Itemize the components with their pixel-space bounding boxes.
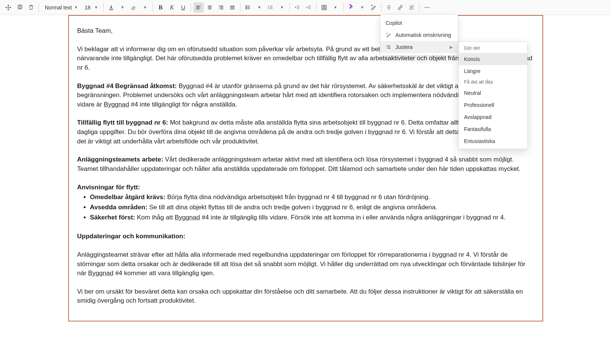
move-icon[interactable] (3, 2, 14, 13)
heading-inline: Anläggningsteamets arbete: (77, 156, 165, 163)
separator (38, 3, 39, 12)
menu-header: Få det att låta (459, 77, 527, 87)
sliders-icon (386, 44, 392, 50)
heading-inline: Byggnad #4 Begränsad åtkomst: (77, 82, 179, 90)
font-color-button[interactable] (106, 2, 116, 13)
adjust-menu: Gör det Koncis Längre Få det att låta Ne… (458, 41, 528, 149)
chevron-down-icon[interactable]: ▼ (117, 2, 128, 13)
chevron-down-icon[interactable]: ▼ (330, 2, 341, 13)
option-longer[interactable]: Längre (459, 65, 527, 77)
delete-icon[interactable] (26, 2, 36, 13)
style-label: Normal text (45, 5, 72, 11)
font-size-value: 18 (84, 5, 90, 11)
option-enthusiastic[interactable]: Entusiastiska (459, 135, 527, 147)
adjust-item[interactable]: Justera ▶ (380, 41, 458, 53)
list-item: Säkerhet först: Kom ihåg att Byggnad #4 … (90, 213, 534, 222)
chevron-down-icon: ▼ (74, 5, 78, 9)
option-neutral[interactable]: Neutral (459, 87, 527, 99)
svg-point-15 (389, 47, 390, 49)
paragraph: Uppdateringar och kommunikation: (77, 232, 534, 241)
svg-point-6 (246, 8, 247, 9)
strikethrough-button[interactable] (384, 2, 394, 13)
auto-rewrite-item[interactable]: Automatisk omskrivning (380, 29, 458, 41)
paragraph: Anläggningsteamets arbete: Vårt dedikera… (77, 155, 534, 174)
numbered-list-button[interactable]: 123 (265, 2, 276, 13)
separator (191, 3, 191, 12)
chevron-down-icon[interactable]: ▼ (357, 2, 368, 13)
chevron-down-icon: ▼ (94, 5, 98, 9)
unlink-button[interactable] (406, 2, 417, 13)
link-button[interactable] (395, 2, 406, 13)
separator (240, 3, 240, 12)
svg-rect-2 (109, 9, 113, 10)
chevron-down-icon[interactable]: ▼ (140, 2, 150, 13)
underline-button[interactable]: U (178, 2, 188, 13)
option-concise[interactable]: Koncis (459, 53, 527, 65)
svg-point-5 (246, 7, 247, 8)
separator (153, 3, 153, 12)
heading-inline: Anvisningar för flytt: (77, 184, 140, 191)
align-center-button[interactable] (205, 2, 215, 13)
chevron-right-icon: ▶ (450, 45, 453, 50)
svg-rect-10 (322, 5, 326, 10)
italic-button[interactable]: K (167, 2, 177, 13)
bullet-list-button[interactable] (243, 2, 253, 13)
menu-header: Gör det (459, 43, 527, 53)
separator (343, 3, 343, 12)
list-item: Avsedda områden: Se till att dina objekt… (90, 203, 534, 212)
link-byggnad[interactable]: Byggnad (104, 101, 129, 108)
increase-indent-button[interactable] (303, 2, 314, 13)
svg-point-14 (387, 46, 389, 47)
paragraph: Vi ber om ursäkt för besväret detta kan … (77, 287, 534, 306)
more-button[interactable] (422, 2, 432, 13)
greeting: Bästa Team, (77, 26, 534, 36)
chevron-down-icon[interactable]: ▼ (254, 2, 265, 13)
svg-point-11 (425, 7, 426, 8)
wand-icon (386, 32, 392, 38)
align-right-button[interactable] (216, 2, 227, 13)
paragraph: Anvisningar för flytt: (77, 183, 534, 192)
svg-point-12 (427, 7, 428, 8)
copilot-button[interactable] (346, 2, 356, 13)
chevron-down-icon[interactable]: ▼ (277, 2, 287, 13)
separator (316, 3, 317, 12)
decrease-indent-button[interactable] (292, 2, 303, 13)
highlight-button[interactable] (129, 2, 139, 13)
align-left-button[interactable] (193, 2, 204, 13)
heading-inline: Uppdateringar och kommunikation: (77, 233, 185, 240)
bold-button[interactable]: B (155, 2, 166, 13)
list-item: Omedelbar åtgärd krävs: Börja flytta din… (90, 193, 534, 202)
svg-text:3: 3 (268, 8, 269, 10)
bullet-list: Omedelbar åtgärd krävs: Börja flytta din… (77, 193, 534, 222)
link-byggnad[interactable]: Byggnad (88, 270, 113, 277)
heading-inline: Tillfällig flytt till byggnad nr 6: (77, 119, 170, 126)
option-fantastic[interactable]: Fantasifulla (459, 123, 527, 135)
copilot-menu: Copilot Automatisk omskrivning Justera ▶ (380, 14, 458, 56)
option-casual[interactable]: Avslappnad (459, 111, 527, 123)
separator (103, 3, 104, 12)
toolbar: Normal text ▼ 18 ▼ ▼ ▼ B K U ▼ 123 ▼ (0, 0, 611, 15)
paragraph: Anläggingsteamet strävar efter att hålla… (77, 250, 534, 278)
separator (419, 3, 420, 12)
font-size-select[interactable]: 18 ▼ (81, 2, 101, 13)
style-select[interactable]: Normal text ▼ (41, 2, 81, 13)
copy-icon[interactable] (14, 2, 25, 13)
table-button[interactable] (319, 2, 329, 13)
rewrite-button[interactable] (368, 2, 379, 13)
separator (289, 3, 290, 12)
svg-point-4 (246, 6, 247, 6)
option-professional[interactable]: Professionell (459, 99, 527, 111)
link-byggnad[interactable]: Byggnad (175, 214, 200, 221)
copilot-menu-title[interactable]: Copilot (380, 17, 458, 29)
separator (381, 3, 381, 12)
align-justify-button[interactable] (227, 2, 238, 13)
svg-rect-3 (132, 9, 136, 10)
svg-point-13 (429, 7, 430, 8)
